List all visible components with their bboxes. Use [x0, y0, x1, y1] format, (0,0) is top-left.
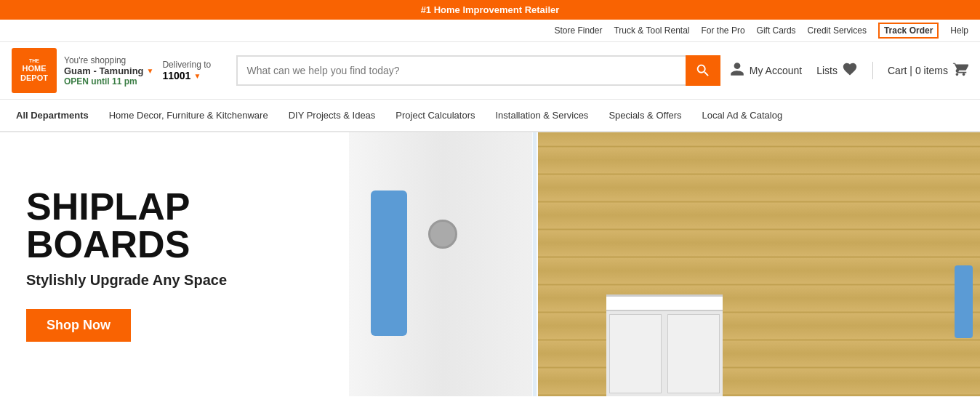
towel-right	[955, 265, 973, 338]
hero-subtitle: Stylishly Upgrade Any Space	[26, 272, 320, 289]
my-account-link[interactable]: My Account	[729, 61, 802, 81]
main-header: THE HOME DEPOT You're shopping Guam - Ta…	[0, 42, 980, 100]
shopping-at-label: You're shopping	[64, 55, 153, 65]
nav-installation-services[interactable]: Installation & Services	[485, 100, 598, 131]
store-finder-link[interactable]: Store Finder	[554, 25, 602, 36]
location-dropdown-arrow: ▼	[147, 67, 154, 75]
nav-all-departments[interactable]: All Departments	[6, 100, 99, 131]
help-link[interactable]: Help	[950, 25, 968, 36]
nav-diy-projects[interactable]: DIY Projects & Ideas	[278, 100, 386, 131]
nav-home-decor[interactable]: Home Decor, Furniture & Kitchenware	[99, 100, 278, 131]
logo-container[interactable]: THE HOME DEPOT You're shopping Guam - Ta…	[12, 48, 153, 93]
utility-nav: Store Finder Truck & Tool Rental For the…	[0, 20, 980, 42]
main-nav: All Departments Home Decor, Furniture & …	[0, 100, 980, 132]
delivery-container: Delivering to 11001 ▼	[162, 60, 228, 81]
hero-section: SHIPLAP BOARDS Stylishly Upgrade Any Spa…	[0, 132, 980, 396]
lists-link[interactable]: Lists	[816, 61, 858, 81]
store-open-status: OPEN until 11 pm	[64, 76, 153, 87]
heart-icon	[842, 61, 858, 81]
header-actions: My Account Lists Cart | 0 items	[729, 61, 968, 81]
vanity-doors	[606, 311, 723, 396]
logo-text: THE HOME DEPOT	[20, 58, 48, 84]
announcement-bar: #1 Home Improvement Retailer	[0, 0, 980, 20]
vanity-top	[606, 297, 723, 311]
shopping-location[interactable]: Guam - Tamuning ▼	[64, 65, 153, 76]
shopping-info: You're shopping Guam - Tamuning ▼ OPEN u…	[64, 55, 153, 87]
nav-local-ad-catalog[interactable]: Local Ad & Catalog	[692, 100, 793, 131]
cart-icon	[952, 61, 968, 81]
nav-specials-offers[interactable]: Specials & Offers	[598, 100, 691, 131]
vanity-door-right	[667, 314, 720, 393]
credit-services-link[interactable]: Credit Services	[808, 25, 867, 36]
search-icon	[695, 63, 711, 79]
truck-tool-link[interactable]: Truck & Tool Rental	[614, 25, 689, 36]
search-input[interactable]	[236, 55, 685, 86]
account-icon	[729, 61, 745, 81]
shower-area	[349, 132, 538, 396]
search-container	[236, 55, 720, 86]
lists-label: Lists	[816, 65, 838, 76]
gift-cards-link[interactable]: Gift Cards	[757, 25, 796, 36]
track-order-link[interactable]: Track Order	[878, 23, 939, 39]
glass-divider	[532, 132, 537, 396]
zip-dropdown-arrow: ▼	[193, 72, 201, 80]
logo-box: THE HOME DEPOT	[12, 48, 57, 93]
hero-background	[349, 132, 980, 396]
cart-link[interactable]: Cart | 0 items	[888, 61, 968, 81]
my-account-label: My Account	[750, 65, 802, 76]
nav-project-calculators[interactable]: Project Calculators	[385, 100, 485, 131]
announcement-text: #1 Home Improvement Retailer	[421, 4, 560, 15]
cart-label: Cart | 0 items	[888, 65, 948, 76]
vanity-door-left	[609, 314, 662, 393]
for-the-pro-link[interactable]: For the Pro	[702, 25, 745, 36]
vanity-cabinet	[606, 294, 723, 396]
search-button[interactable]	[686, 55, 720, 86]
zip-code[interactable]: 11001 ▼	[162, 70, 228, 81]
delivering-to-label: Delivering to	[162, 60, 228, 70]
hanging-towel	[371, 191, 407, 336]
cart-divider	[872, 62, 873, 79]
shop-now-button[interactable]: Shop Now	[26, 309, 131, 342]
hero-content: SHIPLAP BOARDS Stylishly Upgrade Any Spa…	[0, 132, 349, 396]
hero-title: SHIPLAP BOARDS	[26, 188, 320, 263]
